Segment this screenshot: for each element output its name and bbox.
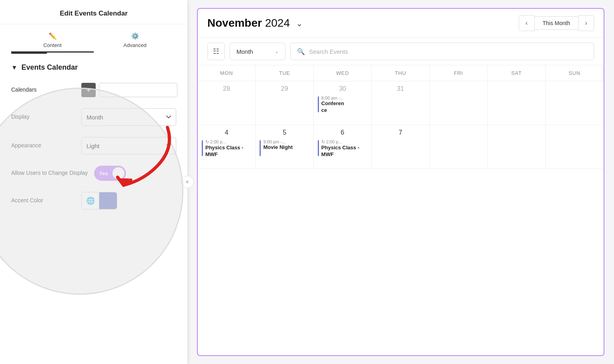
gear-icon: ⚙️ <box>131 32 139 40</box>
calendars-input-area: + <box>81 83 177 97</box>
search-icon: 🔍 <box>297 48 305 55</box>
day-number-31: 31 <box>376 85 425 92</box>
event-bar-physics-mon <box>202 140 203 156</box>
tab-advanced[interactable]: ⚙️ Advanced <box>94 29 176 53</box>
day-header-mon: MON <box>198 65 256 81</box>
tab-advanced-label: Advanced <box>124 42 147 48</box>
calendar-title-chevron[interactable]: ⌄ <box>296 20 302 28</box>
view-select-label: Month <box>236 48 253 55</box>
allow-users-toggle-container: Yes <box>94 166 126 181</box>
day-header-wed: WED <box>314 65 372 81</box>
toggle-knob <box>112 167 124 179</box>
day-header-fri: FRI <box>430 65 488 81</box>
event-bar-conference <box>318 96 319 112</box>
calendar-container: November 2024 ⌄ ‹ This Month › ☷ Month ⌄… <box>197 8 604 356</box>
day-cell-w1-sun[interactable] <box>546 81 604 125</box>
display-select[interactable]: Month Week Day List <box>81 108 176 126</box>
tab-content-label: Content <box>43 42 62 48</box>
globe-icon[interactable]: 🌐 <box>82 192 99 209</box>
calendar-month: November <box>207 17 262 29</box>
event-content-conference: 8:00 am -... Conference <box>321 96 344 114</box>
collapse-icon: < <box>186 179 189 185</box>
event-name-movie: Movie Night <box>263 144 293 151</box>
this-month-button[interactable]: This Month <box>535 16 578 30</box>
search-box[interactable]: 🔍 Search Events <box>290 43 594 60</box>
event-movie-night[interactable]: 9:00 pm -... Movie Night <box>260 139 309 156</box>
event-content-physics-wed: ↻ 2:00 p... Physics Class - MWF <box>321 139 367 158</box>
calendar-year: 2024 <box>265 17 290 29</box>
panel-header: Edit Events Calendar <box>0 0 187 24</box>
search-placeholder: Search Events <box>309 48 348 55</box>
day-number-30: 30 <box>318 85 367 92</box>
calendars-label: Calendars <box>11 86 75 94</box>
event-bar-movie <box>260 140 261 156</box>
event-physics-wed[interactable]: ↻ 2:00 p... Physics Class - MWF <box>318 139 367 158</box>
accent-color-field-row: Accent Color 🌐 <box>11 192 176 209</box>
collapse-panel-button[interactable]: < <box>181 176 194 188</box>
day-number-6: 6 <box>318 129 367 136</box>
day-cell-w1-sat[interactable] <box>488 81 545 125</box>
accent-color-label: Accent Color <box>11 197 75 205</box>
section-collapse-icon[interactable]: ▼ <box>11 64 18 71</box>
event-physics-mon[interactable]: ↻ 2:00 p... Physics Class - MWF <box>202 139 251 158</box>
view-select-chevron: ⌄ <box>275 49 279 54</box>
day-cell-w2-sun[interactable] <box>546 125 604 169</box>
recurring-icon-physics-wed: ↻ <box>321 139 325 144</box>
day-cell-29[interactable]: 29 <box>256 81 313 125</box>
day-cell-w2-sat[interactable] <box>488 125 545 169</box>
allow-users-label: Allow Users to Change Display <box>11 169 88 177</box>
appearance-select[interactable]: Light Dark <box>81 137 176 155</box>
allow-users-toggle[interactable]: Yes <box>94 166 126 181</box>
calendar-grid: MON TUE WED THU FRI SAT SUN 28 29 30 8:0… <box>198 65 604 169</box>
recurring-icon-physics-mon: ↻ <box>205 139 209 144</box>
day-cell-6[interactable]: 6 ↻ 2:00 p... Physics Class - MWF <box>314 125 372 169</box>
day-number-29: 29 <box>260 85 309 92</box>
day-cell-28[interactable]: 28 <box>198 81 256 125</box>
filter-button[interactable]: ☷ <box>207 43 225 60</box>
day-cell-30[interactable]: 30 8:00 am -... Conference <box>314 81 372 125</box>
tabs-row: ✏️ Content ⚙️ Advanced <box>0 24 187 53</box>
day-number-7: 7 <box>376 129 425 136</box>
event-content-physics-mon: ↻ 2:00 p... Physics Class - MWF <box>205 139 251 158</box>
day-header-sun: SUN <box>546 65 604 81</box>
allow-users-field-row: Allow Users to Change Display Yes <box>11 166 176 181</box>
day-cell-7[interactable]: 7 <box>372 125 429 169</box>
pencil-icon: ✏️ <box>49 32 57 40</box>
display-field-row: Display Month Week Day List <box>11 108 176 126</box>
calendar-month-year: November 2024 ⌄ <box>207 17 302 29</box>
day-cell-5[interactable]: 5 9:00 pm -... Movie Night <box>256 125 313 169</box>
appearance-field-row: Appearance Light Dark <box>11 137 176 155</box>
day-number-28: 28 <box>202 85 251 92</box>
day-cell-31[interactable]: 31 <box>372 81 429 125</box>
event-time-physics-wed: ↻ 2:00 p... <box>321 139 367 145</box>
day-number-5: 5 <box>260 129 309 136</box>
day-header-tue: TUE <box>256 65 313 81</box>
left-panel: Edit Events Calendar ✏️ Content ⚙️ Advan… <box>0 0 187 364</box>
appearance-label: Appearance <box>11 142 75 150</box>
event-conference[interactable]: 8:00 am -... Conference <box>318 96 367 114</box>
tab-content[interactable]: ✏️ Content <box>11 29 94 53</box>
view-select[interactable]: Month ⌄ <box>230 43 285 60</box>
display-label: Display <box>11 113 75 121</box>
day-cell-w1-fri[interactable] <box>430 81 488 125</box>
event-content-movie: 9:00 pm -... Movie Night <box>263 139 293 151</box>
event-name-conference: Conference <box>321 100 344 114</box>
event-time-movie: 9:00 pm -... <box>263 139 293 144</box>
right-panel: November 2024 ⌄ ‹ This Month › ☷ Month ⌄… <box>187 0 614 364</box>
event-name-physics-mon: Physics Class - MWF <box>205 145 251 158</box>
event-bar-physics-wed <box>318 140 319 156</box>
day-header-thu: THU <box>372 65 429 81</box>
prev-month-button[interactable]: ‹ <box>519 15 535 31</box>
calendar-header: November 2024 ⌄ ‹ This Month › <box>198 9 604 38</box>
panel-content: ▼ Events Calendar Calendars + Display Mo… <box>0 54 187 364</box>
day-cell-w2-fri[interactable] <box>430 125 488 169</box>
filter-icon: ☷ <box>213 47 219 56</box>
color-swatch[interactable] <box>99 192 117 209</box>
calendars-field-row: Calendars + <box>11 83 176 97</box>
panel-title: Edit Events Calendar <box>11 10 176 18</box>
next-month-button[interactable]: › <box>578 15 594 31</box>
calendars-text-input[interactable] <box>99 83 177 97</box>
add-calendar-button[interactable]: + <box>81 83 96 97</box>
calendar-nav-group: ‹ This Month › <box>519 15 594 31</box>
day-cell-4[interactable]: 4 ↻ 2:00 p... Physics Class - MWF <box>198 125 256 169</box>
